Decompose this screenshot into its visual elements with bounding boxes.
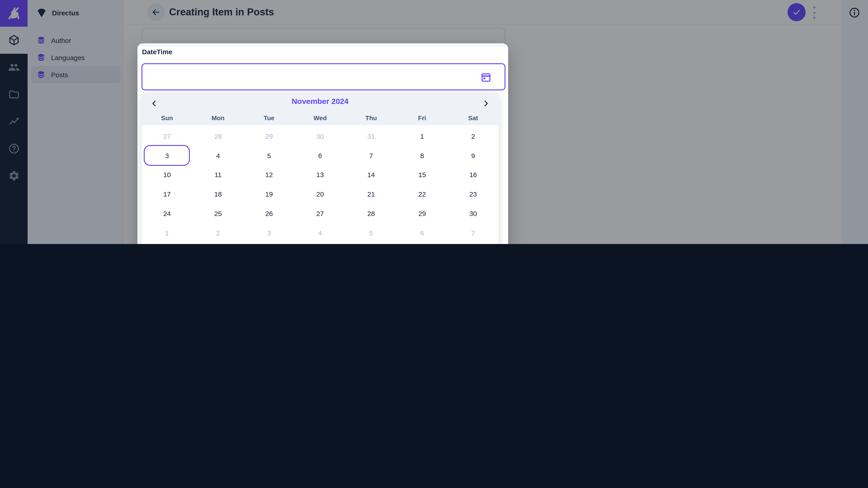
module-users[interactable] <box>0 54 28 81</box>
calendar-day[interactable]: 6 <box>294 146 346 165</box>
calendar-day[interactable]: 3 <box>243 223 294 242</box>
calendar-day[interactable]: 27 <box>294 204 346 223</box>
database-icon <box>37 36 46 45</box>
calendar-day[interactable]: 4 <box>294 223 346 242</box>
sidebar-item-label: Posts <box>51 71 68 78</box>
datetime-input[interactable] <box>142 63 505 90</box>
calendar-day[interactable]: 20 <box>294 185 346 204</box>
calendar-day[interactable]: 8 <box>397 146 448 165</box>
datetime-field-label: DateTime <box>142 48 173 56</box>
collections-list: Author Languages Posts <box>31 32 120 83</box>
info-sidebar-button[interactable] <box>841 0 868 25</box>
calendar-day[interactable]: 24 <box>142 204 193 223</box>
calendar-day[interactable]: 31 <box>346 127 397 146</box>
calendar-day[interactable]: 4 <box>193 146 244 165</box>
weekday-label: Thu <box>346 112 397 124</box>
weekday-row: SunMonTueWedThuFriSat <box>142 112 499 124</box>
sidebar-item-label: Languages <box>51 54 85 61</box>
previous-field-input[interactable] <box>142 28 505 46</box>
calendar-day[interactable]: 11 <box>193 165 244 185</box>
insights-icon <box>8 116 20 127</box>
sidebar-item-label: Author <box>51 36 71 44</box>
calendar-day[interactable]: 29 <box>243 127 294 146</box>
chevron-right-icon <box>482 99 490 107</box>
calendar-grid: 2728293031123456789101112131415161718192… <box>142 125 499 242</box>
calendar-day[interactable]: 30 <box>447 204 499 223</box>
calendar-day[interactable]: 6 <box>397 223 448 242</box>
project-shield-icon <box>37 7 46 18</box>
calendar-day[interactable]: 27 <box>142 127 193 146</box>
calendar-day[interactable]: 30 <box>294 127 346 146</box>
calendar-day[interactable]: 2 <box>447 127 499 146</box>
weekday-label: Mon <box>193 112 244 124</box>
calendar-day[interactable]: 22 <box>397 185 448 204</box>
datetime-picker-menu: November 2024 SunMonTueWedThuFriSat 2728… <box>142 93 499 244</box>
calendar-day[interactable]: 28 <box>346 204 397 223</box>
module-bar <box>0 0 28 244</box>
calendar-day[interactable]: 1 <box>397 127 448 146</box>
calendar-day[interactable]: 29 <box>397 204 448 223</box>
calendar-day[interactable]: 13 <box>294 165 346 185</box>
calendar-day[interactable]: 25 <box>193 204 244 223</box>
gear-icon <box>8 170 20 182</box>
calendar-day[interactable]: 28 <box>193 127 244 146</box>
calendar-day[interactable]: 5 <box>346 223 397 242</box>
calendar-day[interactable]: 12 <box>243 165 294 185</box>
sidebar-item-languages[interactable]: Languages <box>31 49 120 66</box>
weekday-label: Sun <box>142 112 193 124</box>
save-button[interactable] <box>787 3 806 21</box>
weekday-label: Sat <box>447 112 499 124</box>
project-name: Directus <box>52 9 79 17</box>
module-insights[interactable] <box>0 108 28 135</box>
calendar-day[interactable]: 7 <box>346 146 397 165</box>
back-button[interactable] <box>147 3 165 21</box>
app-window: Creating Item in Posts <box>0 0 868 244</box>
database-icon <box>37 70 46 79</box>
calendar-day[interactable]: 23 <box>447 185 499 204</box>
calendar-day[interactable]: 9 <box>447 146 499 165</box>
module-files[interactable] <box>0 81 28 108</box>
help-icon <box>8 143 20 155</box>
calendar-day[interactable]: 16 <box>447 165 499 185</box>
calendar-glyph <box>480 71 492 83</box>
calendar-day[interactable]: 14 <box>346 165 397 185</box>
calendar-day[interactable]: 15 <box>397 165 448 185</box>
box-icon <box>8 34 20 46</box>
calendar-day[interactable]: 2 <box>193 223 244 242</box>
directus-rabbit-icon <box>6 6 22 22</box>
right-sidebar <box>841 0 868 244</box>
database-icon <box>37 53 46 62</box>
calendar-icon[interactable] <box>480 71 492 83</box>
calendar-day[interactable]: 17 <box>142 185 193 204</box>
calendar-day[interactable]: 5 <box>243 146 294 165</box>
weekday-label: Fri <box>397 112 448 124</box>
calendar-day[interactable]: 10 <box>142 165 193 185</box>
calendar-day[interactable]: 1 <box>142 223 193 242</box>
calendar-day[interactable]: 26 <box>243 204 294 223</box>
month-label[interactable]: November 2024 <box>142 97 499 106</box>
calendar-day[interactable]: 7 <box>447 223 499 242</box>
calendar-day[interactable]: 18 <box>193 185 244 204</box>
arrow-left-icon <box>151 7 161 17</box>
project-header[interactable]: Directus <box>28 0 124 25</box>
page-header: Creating Item in Posts <box>124 0 841 25</box>
sidebar-item-posts[interactable]: Posts <box>31 66 120 83</box>
weekday-label: Tue <box>243 112 294 124</box>
calendar-header: November 2024 SunMonTueWedThuFriSat <box>142 93 499 125</box>
kebab-menu-button[interactable] <box>813 6 815 19</box>
weekday-label: Wed <box>294 112 346 124</box>
users-icon <box>8 61 20 73</box>
page-title: Creating Item in Posts <box>169 6 274 18</box>
directus-logo-button[interactable] <box>0 0 28 28</box>
calendar-day-selected[interactable]: 3 <box>142 146 193 165</box>
calendar-day[interactable]: 21 <box>346 185 397 204</box>
check-icon <box>792 8 801 17</box>
module-content[interactable] <box>0 27 28 54</box>
sidebar-item-author[interactable]: Author <box>31 32 120 49</box>
folder-icon <box>8 89 20 100</box>
module-settings[interactable] <box>0 162 28 189</box>
info-icon <box>848 7 860 19</box>
calendar-day[interactable]: 19 <box>243 185 294 204</box>
module-help[interactable] <box>0 135 28 162</box>
next-month-button[interactable] <box>477 94 495 112</box>
